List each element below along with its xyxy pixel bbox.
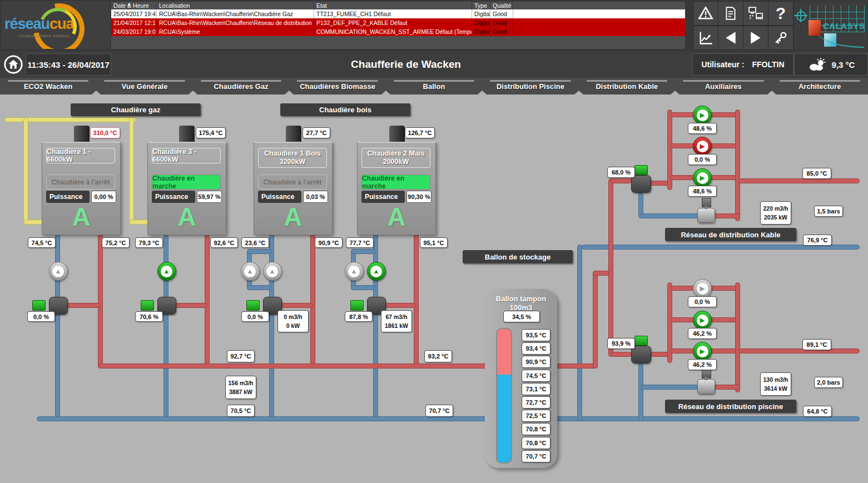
section-title-gas: Chaudière gaz xyxy=(71,103,201,116)
trends-button[interactable] xyxy=(693,26,718,50)
boiler-pump[interactable]: ▲ xyxy=(367,262,386,281)
piscine-flow-meter[interactable] xyxy=(697,379,715,394)
alarm-table-header[interactable]: Date & Heure▲ Localisation Etat Type Qua… xyxy=(111,2,685,9)
tab-architecture[interactable]: Architecture xyxy=(772,78,868,94)
boiler-flue-temp: 126,7 °C xyxy=(405,127,435,138)
boiler-title: Chaudière 2 Mais2000kW xyxy=(361,148,430,168)
piscine-pump-2[interactable]: ▶ xyxy=(693,311,712,330)
boiler-status: Chaudière en marche xyxy=(361,175,430,190)
tab-notch xyxy=(478,91,487,94)
piscine-pressure: 2,0 bars xyxy=(814,377,843,388)
help-button[interactable]: ? xyxy=(768,1,793,26)
calasys-curve-icon xyxy=(816,30,864,48)
report-button[interactable] xyxy=(718,1,743,26)
pump-impeller-icon: ▲ xyxy=(370,266,382,277)
supply-pipe xyxy=(611,178,632,183)
kable-pump-speed: 48,6 % xyxy=(688,123,717,134)
home-icon xyxy=(3,54,24,75)
home-button[interactable] xyxy=(2,53,24,76)
kable-valve-actuator-icon xyxy=(634,165,648,175)
return-pipe xyxy=(641,213,700,218)
piscine-pump-speed: 46,2 % xyxy=(688,359,717,370)
buffer-tank[interactable]: Ballon tampon100m3 34,5 % 93,5 °C93,4 °C… xyxy=(485,289,557,468)
weather-panel: 9,3 °C xyxy=(794,53,868,76)
tank-level: 34,5 % xyxy=(503,311,540,322)
tab-chaudi-res-biomasse[interactable]: Chaudières Biomasse xyxy=(289,78,385,94)
boiler-pump[interactable]: ▲ xyxy=(241,262,260,281)
tab-chaudi-res-gaz[interactable]: Chaudières Gaz xyxy=(193,78,289,94)
network-stations-button[interactable] xyxy=(743,1,768,26)
alarm-cell-date: 24/03/2017 19:07 xyxy=(111,27,157,36)
tab-ballon[interactable]: Ballon xyxy=(386,78,482,94)
boiler[interactable]: Chaudière 1 - 6600kWChaudière à l'arrêtP… xyxy=(42,142,121,235)
piscine-supply-temp: 89,1 °C xyxy=(802,339,831,350)
question-icon: ? xyxy=(776,4,786,23)
boiler[interactable]: Chaudière 1 Bois3200kWChaudière à l'arrê… xyxy=(254,142,333,235)
tab-eco2-wacken[interactable]: ECO2 Wacken xyxy=(0,78,96,94)
alarm-cell-localisation: RCUA\Bas-Rhin\Wacken\Chaufferie\Réseau d… xyxy=(157,18,314,27)
user-name: FFOLTIN xyxy=(752,60,784,69)
return-pipe xyxy=(638,362,643,421)
tank-temp: 93,5 °C xyxy=(522,329,550,341)
login-button[interactable] xyxy=(768,26,793,50)
header-flow: 156 m3/h3887 kW xyxy=(225,376,256,399)
tab-notch xyxy=(767,91,776,94)
tab-distribution-piscine[interactable]: Distribution Piscine xyxy=(482,78,578,94)
next-page-button[interactable] xyxy=(743,26,768,50)
logo-subtitle: Chaleur Urbaine d'Alsace xyxy=(19,33,69,38)
kable-pump-speed: 48,6 % xyxy=(688,186,717,197)
previous-page-button[interactable] xyxy=(718,26,743,50)
boiler-status: Chaudière en marche xyxy=(152,175,221,190)
boiler-pump[interactable]: ▲ xyxy=(157,262,176,281)
alarm-cell-type: Digital xyxy=(472,27,490,36)
alarm-row[interactable]: 24/03/2017 19:07RCUA\SystèmeCOMMUNICATIO… xyxy=(111,27,685,36)
tab-distribution-kable[interactable]: Distribution Kable xyxy=(579,78,675,94)
pump-impeller-icon: ▶ xyxy=(697,283,708,295)
tank-temp: 93,4 °C xyxy=(522,342,550,355)
boiler-title: Chaudière 3 - 6600kW xyxy=(152,148,221,163)
piscine-valve-position: 93,9 % xyxy=(607,338,635,349)
boiler-pump[interactable]: ▲ xyxy=(345,262,364,281)
boiler-title-line2: 2000kW xyxy=(383,158,409,166)
gas-pipe xyxy=(129,117,134,225)
kable-pump-1[interactable]: ▶ xyxy=(693,106,712,125)
tab-label: ECO2 Wacken xyxy=(24,82,73,91)
network-icon xyxy=(747,6,764,21)
tab-vue-g-n-rale[interactable]: Vue Générale xyxy=(96,78,192,94)
boiler-return-temp: 23,6 °C xyxy=(241,237,269,248)
supply-pipe xyxy=(713,385,740,390)
boiler[interactable]: Chaudière 2 Mais2000kWChaudière en march… xyxy=(357,142,436,235)
piscine-pump-1[interactable]: ▶ xyxy=(693,279,712,298)
tab-auxiliaires[interactable]: Auxiliaires xyxy=(675,78,771,94)
boiler[interactable]: Chaudière 3 - 6600kWChaudière en marcheP… xyxy=(147,142,226,235)
alarm-row[interactable]: 21/04/2017 12:17RCUA\Bas-Rhin\Wacken\Cha… xyxy=(111,18,685,27)
pump-impeller-icon: ▶ xyxy=(697,346,708,357)
alarm-row[interactable]: 25/04/2017 19:43RCUA\Bas-Rhin\Wacken\Cha… xyxy=(111,9,685,18)
boiler-title-line1: Chaudière 2 Mais xyxy=(368,150,425,158)
boiler-pump[interactable]: ▲ xyxy=(263,262,282,281)
alarm-summary-button[interactable] xyxy=(693,1,718,26)
boiler-flue-temp: 175,4 °C xyxy=(196,127,226,138)
user-label: Utilisateur : xyxy=(701,60,744,69)
kable-pump-2[interactable]: ▶ xyxy=(693,137,712,156)
tank-temp: 74,5 °C xyxy=(522,370,550,382)
kable-pressure: 1,5 bars xyxy=(814,206,843,217)
kable-flow-meter[interactable] xyxy=(697,208,715,223)
arrow-left-icon xyxy=(723,31,738,45)
boiler-flow-value: 0 m3/h xyxy=(284,312,302,321)
alarm-cell-localisation: RCUA\Bas-Rhin\Wacken\Chaufferie\Chaudièr… xyxy=(157,9,314,18)
boiler-flow-value: 67 m3/h xyxy=(385,312,407,321)
gas-pipe xyxy=(23,117,28,225)
piscine-pump-speed: 0,0 % xyxy=(688,296,717,307)
piscine-pump-3[interactable]: ▶ xyxy=(693,342,712,361)
calasys-wordmark: CALASYS xyxy=(823,21,865,31)
boiler-pump[interactable]: ▲ xyxy=(49,262,68,281)
tank-temp: 70,8 °C xyxy=(522,423,550,435)
tab-label: Auxiliaires xyxy=(705,82,742,91)
boiler-return-temp: 79,3 °C xyxy=(135,237,163,248)
boiler-supply-temp: 90,9 °C xyxy=(315,237,343,248)
boiler-valve-actuator-icon xyxy=(32,300,46,311)
kable-pump-3[interactable]: ▶ xyxy=(693,168,712,187)
kable-mixing-valve[interactable] xyxy=(631,175,651,193)
tank-temp: 72,7 °C xyxy=(522,396,550,409)
